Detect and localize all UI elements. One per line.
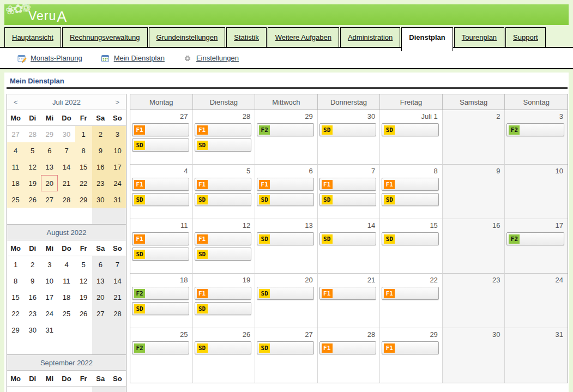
day-cell[interactable]: 21F1 (318, 274, 381, 328)
shift-entry[interactable]: F2 (132, 287, 189, 300)
shift-entry[interactable]: SD (257, 193, 314, 206)
day-cell[interactable]: 22F1 (380, 274, 443, 328)
day-cell[interactable]: Juli 1SD (380, 110, 443, 165)
mini-day[interactable]: 16 (24, 289, 41, 305)
mini-day[interactable]: 14 (109, 273, 126, 289)
mini-day[interactable]: 25 (58, 305, 75, 322)
shift-entry[interactable]: SD (195, 248, 252, 261)
mini-day[interactable]: 24 (109, 175, 126, 191)
shift-entry[interactable]: SD (195, 341, 252, 354)
shift-entry[interactable]: F1 (195, 178, 252, 191)
day-cell[interactable]: 28F1SD (193, 110, 256, 165)
day-cell[interactable]: 29F1 (380, 328, 443, 383)
shift-entry[interactable]: F1 (319, 178, 377, 191)
day-cell[interactable]: 24 (505, 274, 568, 328)
shift-entry[interactable]: F2 (506, 232, 564, 245)
mini-day[interactable]: 31 (109, 191, 126, 208)
mini-day[interactable]: 28 (24, 126, 41, 142)
mini-day[interactable]: 4 (58, 256, 75, 273)
shift-entry[interactable]: SD (382, 193, 439, 206)
mini-day[interactable]: 3 (109, 126, 126, 142)
mini-day[interactable]: 10 (41, 273, 58, 289)
tab-support[interactable]: Support (505, 27, 546, 47)
day-cell[interactable]: 7F1SD (318, 165, 381, 219)
mini-day[interactable]: 1 (75, 126, 92, 142)
shift-entry[interactable]: SD (132, 248, 189, 261)
day-cell[interactable]: 28F1 (318, 328, 381, 383)
day-cell[interactable]: 8F1SD (380, 165, 443, 219)
mini-day[interactable]: 3 (92, 387, 109, 392)
mini-day[interactable]: 11 (58, 273, 75, 289)
mini-day[interactable]: 5 (75, 256, 92, 273)
mini-day[interactable]: 14 (58, 159, 75, 175)
mini-day[interactable]: 13 (41, 159, 58, 175)
shift-entry[interactable]: SD (319, 193, 377, 206)
day-cell[interactable]: 11F1SD (130, 219, 193, 274)
day-cell[interactable]: 27F1SD (130, 110, 193, 165)
mini-day[interactable]: 18 (7, 175, 24, 191)
shift-entry[interactable]: SD (195, 193, 252, 206)
shift-entry[interactable]: SD (132, 193, 189, 206)
shift-entry[interactable]: SD (195, 302, 252, 315)
mini-day[interactable]: 22 (7, 305, 24, 322)
shift-entry[interactable]: SD (132, 302, 189, 315)
mini-day[interactable]: 27 (92, 305, 109, 322)
mini-day[interactable]: 16 (92, 159, 109, 175)
mini-day[interactable]: 17 (109, 159, 126, 175)
day-cell[interactable]: 31 (505, 328, 568, 383)
tab-dienstplan[interactable]: Dienstplan (401, 27, 453, 51)
mini-day[interactable]: 9 (24, 273, 41, 289)
day-cell[interactable]: 27SD (255, 328, 318, 383)
tab-administration[interactable]: Administration (340, 27, 400, 47)
mini-day[interactable]: 30 (24, 322, 41, 338)
mini-day[interactable]: 29 (75, 191, 92, 208)
mini-day[interactable]: 15 (7, 289, 24, 305)
mini-day[interactable]: 30 (92, 191, 109, 208)
day-cell[interactable]: 23 (443, 274, 505, 328)
shift-entry[interactable]: SD (195, 138, 252, 152)
day-cell[interactable]: 30 (443, 328, 505, 383)
mini-day[interactable]: 9 (92, 142, 109, 159)
day-cell[interactable]: 3F2 (505, 110, 568, 165)
shift-entry[interactable]: F1 (132, 178, 189, 191)
day-cell[interactable]: 5F1SD (193, 165, 256, 219)
day-cell[interactable]: 26SD (193, 328, 256, 383)
shift-entry[interactable]: F1 (132, 232, 189, 245)
shift-entry[interactable]: SD (132, 138, 189, 152)
mini-day[interactable]: 10 (109, 142, 126, 159)
mini-day[interactable]: 20 (92, 289, 109, 305)
prev-month-button[interactable]: < (14, 98, 18, 106)
mini-day[interactable]: 12 (24, 159, 41, 175)
mini-day[interactable]: 21 (58, 175, 75, 191)
day-cell[interactable]: 19F1SD (193, 274, 256, 328)
day-cell[interactable]: 29F2 (255, 110, 318, 165)
shift-entry[interactable]: SD (257, 341, 314, 354)
shift-entry[interactable]: F1 (132, 123, 189, 136)
shift-entry[interactable]: F1 (319, 287, 377, 300)
mini-day[interactable]: 4 (7, 142, 24, 159)
mini-day[interactable]: 24 (41, 305, 58, 322)
mini-day[interactable]: 17 (41, 289, 58, 305)
shift-entry[interactable]: SD (257, 232, 314, 245)
mini-day[interactable]: 22 (75, 175, 92, 191)
mini-day[interactable]: 30 (58, 126, 75, 142)
day-cell[interactable]: 18F2SD (130, 274, 193, 328)
mini-day[interactable]: 11 (7, 159, 24, 175)
day-cell[interactable]: 30SD (318, 110, 381, 165)
mini-day[interactable]: 19 (75, 289, 92, 305)
mini-day[interactable]: 19 (24, 175, 41, 191)
mini-day[interactable]: 26 (75, 305, 92, 322)
tab-weitere-aufgaben[interactable]: Weitere Aufgaben (268, 27, 339, 47)
mini-day[interactable]: 4 (109, 387, 126, 392)
mini-day[interactable]: 29 (7, 322, 24, 338)
mini-day[interactable]: 18 (58, 289, 75, 305)
tab-statistik[interactable]: Statistik (226, 27, 267, 47)
shift-entry[interactable]: SD (382, 123, 439, 136)
shift-entry[interactable]: F1 (195, 287, 252, 300)
shift-entry[interactable]: F1 (319, 341, 377, 354)
mini-day[interactable]: 1 (7, 256, 24, 273)
mini-day[interactable]: 12 (75, 273, 92, 289)
next-month-button[interactable]: > (115, 98, 119, 106)
mini-day[interactable]: 23 (92, 175, 109, 191)
mini-day[interactable]: 6 (92, 256, 109, 273)
